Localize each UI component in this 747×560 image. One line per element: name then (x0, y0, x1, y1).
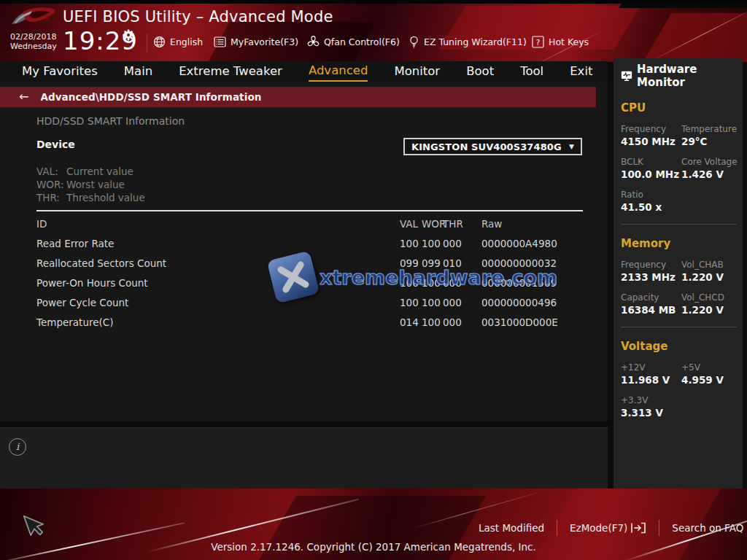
tab-advanced[interactable]: Advanced (309, 61, 368, 82)
stat-label: Ratio (621, 190, 681, 200)
rog-logo-icon (10, 4, 57, 31)
tab-exit[interactable]: Exit (570, 62, 592, 81)
legend-line: THR:Threshold value (36, 191, 145, 204)
stat-label: Temperature (681, 124, 738, 134)
myfavorite-label: MyFavorite(F3) (231, 36, 298, 47)
monitor-icon (621, 70, 632, 82)
footer-separator (557, 520, 557, 536)
date-value: 02/28/2018 (10, 32, 57, 42)
breadcrumb-bar: ← Advanced\HDD/SSD SMART Information (0, 87, 596, 107)
cell-raw: 000000001569 (481, 273, 557, 293)
smart-table: ID VAL WOR THR Raw Read Error Rate 100 1… (0, 214, 608, 332)
clock-settings-gear-icon[interactable] (123, 29, 134, 41)
hardware-monitor-panel: Hardware Monitor CPU Frequency Temperatu… (614, 58, 743, 503)
page-title: UEFI BIOS Utility – Advanced Mode (63, 8, 333, 26)
stat-value: 1.220 V (681, 271, 737, 283)
cell-wor: 099 (422, 254, 441, 273)
cell-wor: 100 (422, 273, 441, 293)
cell-thr: 010 (443, 254, 462, 273)
bulb-icon (409, 36, 419, 48)
table-row: Power-On Hours Count 100 100 000 0000000… (0, 273, 608, 293)
table-header-row: ID VAL WOR THR Raw (0, 214, 608, 234)
tab-monitor[interactable]: Monitor (394, 62, 440, 81)
stat-value: 29°C (681, 136, 738, 147)
back-arrow-icon[interactable]: ← (19, 91, 28, 103)
uefi-bios-screen: { "header": { "title": "UEFI BIOS Utilit… (0, 0, 747, 560)
stat-value: 16384 MB (621, 304, 681, 316)
stat-label-empty (681, 395, 737, 405)
stat-label: Frequency (621, 124, 681, 134)
tab-boot[interactable]: Boot (466, 62, 494, 81)
language-button[interactable]: English (153, 32, 203, 51)
cell-wor: 100 (422, 293, 441, 313)
table-row: Temperature(C) 014 100 000 0031000D000E (0, 313, 608, 332)
stat-value: 11.968 V (621, 374, 681, 386)
legend-value: Current value (66, 166, 133, 177)
device-label: Device (36, 139, 75, 150)
last-modified-button[interactable]: Last Modified (479, 522, 544, 534)
tab-extreme-tweaker[interactable]: Extreme Tweaker (179, 62, 282, 81)
legend-value: Worst value (66, 179, 125, 190)
fan-icon (307, 36, 320, 48)
tab-my-favorites[interactable]: My Favorites (22, 62, 98, 81)
hot-keys-label: Hot Keys (549, 36, 589, 47)
sidebar-divider (621, 224, 737, 225)
device-selected-value: KINGSTON SUV400S37480G (411, 141, 562, 152)
cell-id: Reallocated Sectors Count (36, 254, 166, 273)
stat-label: +5V (681, 362, 737, 373)
ez-tuning-wizard-button[interactable]: EZ Tuning Wizard(F11) (409, 32, 527, 51)
col-header-id: ID (36, 214, 47, 234)
stat-value: 4150 MHz (621, 136, 681, 147)
tab-tool[interactable]: Tool (520, 62, 543, 81)
banner-art (0, 0, 747, 4)
question-icon: ? (532, 36, 544, 48)
day-value: Wednesday (10, 42, 57, 51)
legend-key: WOR: (36, 178, 66, 191)
stat-label: Core Voltage (681, 157, 738, 167)
main-content-panel: ← Advanced\HDD/SSD SMART Information HDD… (0, 82, 608, 421)
legend-key: VAL: (36, 165, 66, 178)
cell-wor: 100 (422, 313, 441, 332)
hardware-monitor-title: Hardware Monitor (637, 63, 737, 89)
qfan-label: Qfan Control(F6) (324, 36, 400, 47)
search-on-faq-button[interactable]: Search on FAQ (672, 522, 743, 534)
cpu-section: Frequency Temperature 4150 MHz 29°C BCLK… (621, 114, 737, 213)
breadcrumb: Advanced\HDD/SSD SMART Information (40, 91, 261, 103)
qfan-control-button[interactable]: Qfan Control(F6) (307, 32, 400, 51)
hot-keys-button[interactable]: ? Hot Keys (532, 32, 589, 51)
svg-text:?: ? (536, 37, 541, 47)
cell-id: Power Cycle Count (36, 293, 128, 313)
info-strip: i (0, 427, 608, 489)
search-faq-label: Search on FAQ (672, 522, 743, 534)
cell-thr: 000 (443, 293, 462, 313)
cell-id: Power-On Hours Count (36, 273, 148, 293)
legend-value: Threshold value (66, 192, 145, 203)
voltage-section: +12V +5V 11.968 V 4.959 V +3.3V 3.313 V (621, 353, 737, 419)
legend-key: THR: (36, 191, 66, 204)
stat-label-empty (681, 190, 738, 200)
device-dropdown[interactable]: KINGSTON SUV400S37480G ▼ (403, 138, 582, 155)
main-menu-bar: My Favorites Main Extreme Tweaker Advanc… (0, 61, 608, 82)
cell-raw: 0031000D000E (481, 313, 558, 332)
hardware-monitor-header: Hardware Monitor (621, 63, 737, 89)
ezmode-button[interactable]: EzMode(F7) (570, 522, 646, 534)
myfavorite-button[interactable]: MyFavorite(F3) (214, 32, 298, 51)
ezmode-label: EzMode(F7) (570, 522, 627, 534)
section-title: HDD/SSD SMART Information (36, 115, 185, 127)
stat-label: Frequency (621, 260, 681, 270)
table-row: Reallocated Sectors Count 099 099 010 00… (0, 254, 608, 273)
chevron-down-icon: ▼ (569, 143, 574, 150)
cell-raw: 000000000032 (481, 254, 557, 273)
cell-thr: 000 (443, 273, 462, 293)
top-banner: UEFI BIOS Utility – Advanced Mode 02/28/… (0, 0, 747, 62)
memory-section: Frequency Vol_CHAB 2133 MHz 1.220 V Capa… (621, 250, 737, 316)
bottom-banner: Last Modified EzMode(F7) Search on FAQ V… (0, 489, 747, 560)
version-text: Version 2.17.1246. Copyright (C) 2017 Am… (0, 541, 747, 553)
tab-main[interactable]: Main (124, 62, 152, 81)
cell-val: 014 (400, 313, 419, 332)
stat-label: Capacity (621, 292, 681, 303)
cell-val: 100 (400, 293, 419, 313)
globe-icon (153, 36, 166, 48)
info-icon: i (9, 438, 26, 456)
memory-section-heading: Memory (621, 237, 737, 250)
